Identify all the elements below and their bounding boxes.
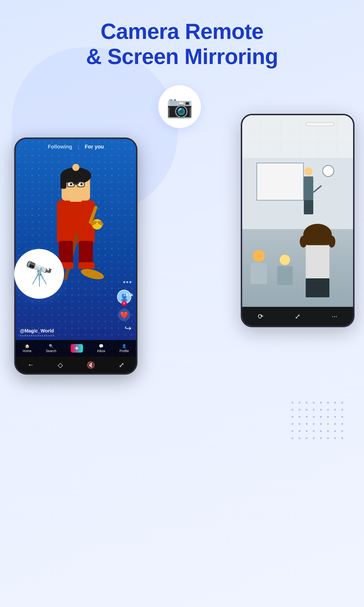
- svg-point-23: [72, 164, 79, 171]
- student-2: [249, 250, 268, 293]
- tab-for-you[interactable]: For you: [85, 144, 104, 150]
- follow-plus-icon[interactable]: +: [122, 301, 127, 306]
- student-hair: [303, 224, 332, 245]
- back-icon[interactable]: ←: [27, 361, 34, 369]
- inbox-icon: 💬: [99, 344, 104, 348]
- binoculars-icon-circle: 🔭: [14, 249, 64, 299]
- search-label: Search: [46, 349, 56, 353]
- camera-icon-circle: 📷: [158, 85, 201, 128]
- nav-search[interactable]: 🔍 Search: [46, 344, 56, 353]
- tab-following[interactable]: Following: [48, 144, 72, 150]
- nav-create[interactable]: +: [71, 344, 83, 353]
- nav-inbox[interactable]: 💬 Inbox: [97, 344, 105, 353]
- nav-profile[interactable]: 👤 Profile: [119, 344, 129, 353]
- more-icon[interactable]: ···: [332, 313, 337, 320]
- camera-icon: 📷: [166, 94, 193, 119]
- svg-point-9: [80, 183, 83, 185]
- home-icon: 🏠: [25, 344, 30, 348]
- phone-right-bottom-bar: ⟳ ⤢ ···: [242, 307, 353, 326]
- binoculars-icon: 🔭: [25, 260, 54, 288]
- fullscreen-icon[interactable]: ⤢: [119, 361, 124, 369]
- student-3: [275, 255, 294, 293]
- ceiling-tiles: [242, 115, 353, 163]
- svg-rect-22: [78, 262, 95, 269]
- svg-point-15: [80, 267, 105, 281]
- tiktok-tabs: Following | For you: [16, 144, 136, 150]
- teacher-body: [304, 176, 313, 200]
- classroom-background: [242, 115, 353, 326]
- tiktok-nav-bar: 🏠 Home 🔍 Search + 💬 Inbox 👤 Profile: [16, 340, 136, 356]
- caption: ****************: [20, 335, 55, 339]
- volume-icon[interactable]: 🔇: [87, 361, 95, 369]
- home-sys-icon[interactable]: ◇: [58, 361, 63, 369]
- expand-icon[interactable]: ⤢: [295, 313, 300, 320]
- ceiling-light: [306, 122, 334, 126]
- teacher-figure: [299, 167, 318, 215]
- svg-rect-19: [59, 241, 73, 265]
- heart-icon: ❤️: [118, 309, 130, 321]
- student-main: [296, 224, 339, 307]
- username: @Magic_World: [20, 328, 55, 334]
- user-info: @Magic_World ****************: [20, 328, 55, 339]
- wall-clock: [322, 165, 334, 177]
- plus-icon: +: [75, 344, 79, 352]
- svg-rect-20: [79, 241, 93, 265]
- whiteboard: [256, 163, 304, 201]
- home-label: Home: [23, 349, 31, 353]
- student-pants: [306, 278, 329, 297]
- dot-2: [126, 281, 128, 283]
- page-title: Camera Remote & Screen Mirroring: [0, 19, 364, 69]
- profile-icon: 👤: [122, 344, 127, 348]
- profile-label: Profile: [119, 349, 129, 353]
- rotate-icon[interactable]: ⟳: [258, 313, 263, 320]
- phone-right-screen: ⟳ ⤢ ···: [242, 115, 353, 326]
- like-count: 10.7k: [123, 293, 133, 297]
- ceiling: [242, 115, 353, 163]
- phones-container: ⟳ ⤢ ···: [0, 114, 364, 541]
- share-icon[interactable]: ↪: [125, 323, 131, 333]
- more-options[interactable]: [123, 281, 131, 283]
- nav-home[interactable]: 🏠 Home: [23, 344, 31, 353]
- like-button[interactable]: ❤️: [118, 309, 130, 321]
- dot-3: [130, 281, 131, 283]
- student-shirt: [306, 245, 329, 278]
- search-icon: 🔍: [49, 344, 53, 348]
- tab-divider: |: [78, 144, 79, 150]
- teacher-head: [304, 167, 312, 175]
- phone-right: ⟳ ⤢ ···: [241, 114, 354, 327]
- system-bar: ← ◇ 🔇 ⤢: [16, 356, 136, 373]
- dot-1: [123, 281, 125, 283]
- svg-rect-5: [60, 176, 66, 189]
- svg-point-8: [70, 183, 72, 185]
- page-title-section: Camera Remote & Screen Mirroring: [0, 19, 364, 69]
- students-area: [242, 212, 353, 307]
- inbox-label: Inbox: [97, 349, 105, 353]
